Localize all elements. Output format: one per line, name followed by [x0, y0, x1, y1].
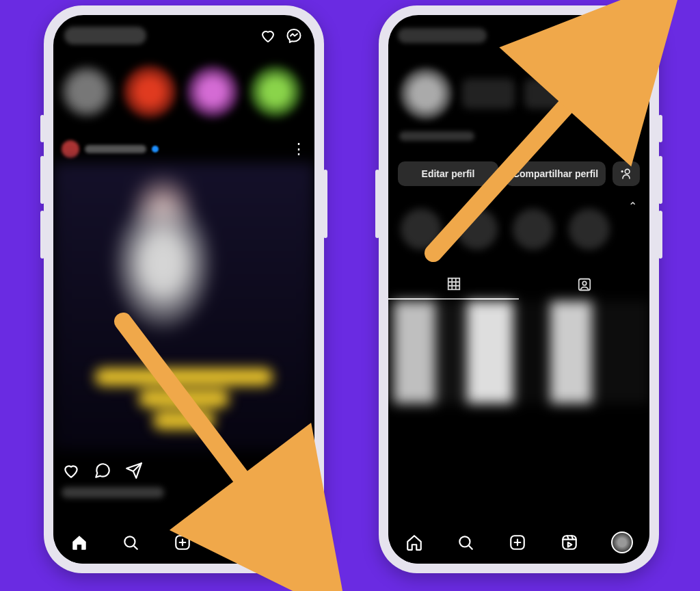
post-author-avatar[interactable] — [62, 140, 79, 158]
highlight-circle[interactable] — [513, 209, 554, 250]
svg-rect-2 — [228, 536, 241, 549]
highlight-circle[interactable] — [457, 209, 498, 250]
svg-point-0 — [125, 536, 135, 547]
search-icon[interactable] — [121, 533, 140, 552]
profile-posts-grid[interactable] — [388, 301, 649, 404]
story-ring[interactable] — [249, 65, 302, 118]
svg-rect-5 — [448, 278, 459, 290]
svg-point-7 — [582, 281, 587, 285]
verified-badge-icon — [152, 146, 159, 153]
phone-side-button — [658, 156, 662, 204]
highlight-circle[interactable] — [401, 209, 442, 250]
story-ring[interactable] — [123, 65, 176, 118]
reels-icon[interactable] — [225, 533, 244, 552]
phone-screen: ⋮ — [53, 15, 314, 564]
stat-posts[interactable] — [462, 79, 515, 109]
story-ring[interactable] — [60, 65, 113, 118]
bottom-nav — [388, 521, 649, 564]
svg-point-8 — [460, 536, 470, 547]
create-icon[interactable] — [173, 533, 192, 552]
stories-tray[interactable] — [53, 57, 314, 126]
post-author-name[interactable] — [85, 145, 146, 153]
profile-topbar — [388, 15, 649, 56]
likes-count-text[interactable] — [62, 487, 164, 498]
phone-side-button — [40, 115, 44, 142]
phone-side-button — [658, 211, 662, 259]
highlights-row[interactable] — [388, 197, 649, 261]
stat-following[interactable] — [586, 79, 638, 109]
reels-icon[interactable] — [560, 533, 579, 552]
profile-username[interactable] — [398, 28, 487, 43]
phone-side-button — [375, 170, 379, 238]
post-action-bar — [53, 456, 314, 486]
stat-followers[interactable] — [524, 79, 577, 109]
create-icon[interactable] — [593, 26, 612, 45]
home-icon[interactable] — [405, 533, 424, 552]
heart-icon[interactable] — [62, 461, 81, 480]
svg-point-4 — [625, 169, 630, 174]
add-user-button[interactable] — [612, 161, 640, 186]
feed-topbar — [53, 15, 314, 56]
phone-side-button — [323, 170, 327, 238]
post-header: ⋮ — [53, 137, 314, 161]
profile-tabs — [388, 270, 649, 300]
profile-action-row: Editar perfil Compartilhar perfil — [388, 159, 649, 189]
comment-icon[interactable] — [93, 461, 112, 480]
profile-avatar[interactable] — [399, 67, 453, 120]
phone-side-button — [40, 211, 44, 259]
post-caption-overlay — [81, 364, 287, 439]
create-icon[interactable] — [508, 533, 527, 552]
story-ring[interactable] — [186, 65, 239, 118]
profile-stats-row — [388, 63, 649, 124]
post-more-icon[interactable]: ⋮ — [291, 142, 306, 157]
chevron-up-icon[interactable]: ⌃ — [628, 200, 637, 213]
home-icon[interactable] — [70, 533, 89, 552]
phone-side-button — [658, 115, 662, 142]
phone-mockup-profile: Editar perfil Compartilhar perfil ⌃ — [379, 5, 659, 573]
tab-grid[interactable] — [388, 270, 519, 300]
phone-screen: Editar perfil Compartilhar perfil ⌃ — [388, 15, 649, 564]
heart-icon[interactable] — [258, 26, 278, 45]
phone-mockup-feed: ⋮ — [44, 5, 324, 573]
highlight-circle[interactable] — [569, 209, 610, 250]
bookmark-icon[interactable] — [287, 461, 306, 480]
instagram-logo[interactable] — [64, 27, 146, 44]
tutorial-stage: ⋮ — [0, 0, 700, 591]
search-icon[interactable] — [456, 533, 475, 552]
profile-tab-avatar[interactable] — [276, 531, 298, 553]
tab-tagged[interactable] — [519, 270, 649, 300]
profile-tab-avatar[interactable] — [611, 531, 633, 553]
share-profile-button[interactable]: Compartilhar perfil — [505, 161, 606, 186]
profile-display-name — [399, 131, 474, 141]
messenger-icon[interactable] — [284, 26, 304, 45]
send-icon[interactable] — [124, 461, 144, 480]
svg-rect-10 — [563, 536, 576, 549]
edit-profile-button[interactable]: Editar perfil — [398, 161, 498, 186]
menu-icon[interactable] — [621, 26, 640, 45]
phone-side-button — [40, 156, 44, 204]
bottom-nav — [53, 521, 314, 564]
